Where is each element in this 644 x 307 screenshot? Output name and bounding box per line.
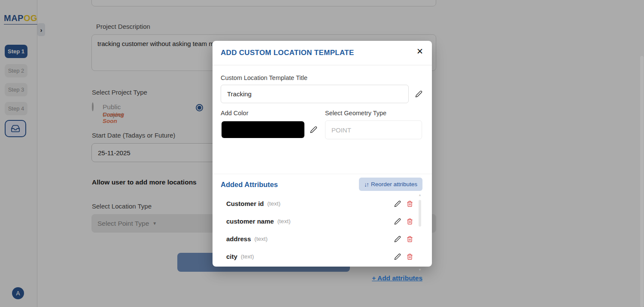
dialog-header: ADD CUSTOM LOCATION TEMPLATE ✕	[213, 41, 432, 65]
attributes-scrollbar[interactable]: ▲ ▼	[419, 196, 421, 267]
geometry-type-label: Select Geometry Type	[325, 110, 386, 117]
add-custom-location-template-dialog: ADD CUSTOM LOCATION TEMPLATE ✕ Custom Lo…	[213, 41, 432, 267]
attribute-row: address (text)	[213, 230, 413, 248]
attribute-list: Customer id (text) customer name (text)	[213, 195, 413, 265]
section-divider	[213, 174, 432, 174]
screen: MAPOG Step 1 Step 2 Step 3 Step 4 A › Pr…	[0, 0, 644, 307]
attribute-name: Customer id	[226, 200, 264, 207]
scrollbar-thumb[interactable]	[419, 200, 421, 227]
attribute-type: (text)	[255, 236, 268, 242]
attribute-type: (text)	[277, 218, 291, 224]
color-swatch[interactable]	[222, 121, 304, 138]
dialog-title: ADD CUSTOM LOCATION TEMPLATE	[221, 49, 354, 57]
geometry-type-input[interactable]	[325, 120, 422, 139]
attribute-row: Customer id (text)	[213, 195, 413, 212]
close-dialog-button[interactable]: ✕	[416, 47, 423, 55]
edit-title-icon[interactable]	[415, 90, 422, 98]
delete-attribute-icon[interactable]	[407, 218, 413, 225]
page-scrollbar[interactable]	[640, 56, 644, 307]
added-attributes-heading: Added Attributes	[221, 181, 278, 189]
close-icon: ✕	[416, 47, 423, 56]
attribute-name: address	[226, 235, 251, 243]
reorder-attributes-label: Reorder attributes	[371, 181, 417, 187]
attribute-type: (text)	[241, 253, 254, 260]
dialog-body: Custom Location Template Title Add Color…	[213, 65, 432, 266]
edit-attribute-icon[interactable]	[394, 236, 401, 243]
attribute-type: (text)	[267, 200, 281, 207]
delete-attribute-icon[interactable]	[407, 200, 413, 207]
edit-attribute-icon[interactable]	[394, 200, 401, 207]
add-color-label: Add Color	[221, 110, 248, 117]
reorder-attributes-button[interactable]: ↓↑ Reorder attributes	[359, 178, 422, 191]
template-title-input[interactable]	[221, 85, 409, 103]
edit-attribute-icon[interactable]	[394, 218, 401, 225]
delete-attribute-icon[interactable]	[407, 253, 413, 260]
attribute-name: city	[226, 253, 237, 260]
add-attributes-link[interactable]: + Add attributes	[372, 274, 422, 282]
sort-arrows-icon: ↓↑	[364, 181, 368, 188]
attribute-name: customer name	[226, 218, 274, 225]
scroll-up-icon: ▲	[418, 193, 422, 197]
template-title-label: Custom Location Template Title	[221, 74, 307, 81]
scroll-down-icon: ▼	[418, 268, 422, 272]
edit-attribute-icon[interactable]	[394, 253, 401, 260]
attribute-row: city (text)	[213, 248, 413, 265]
delete-attribute-icon[interactable]	[407, 236, 413, 243]
edit-color-icon[interactable]	[310, 126, 317, 133]
attribute-row: customer name (text)	[213, 212, 413, 230]
